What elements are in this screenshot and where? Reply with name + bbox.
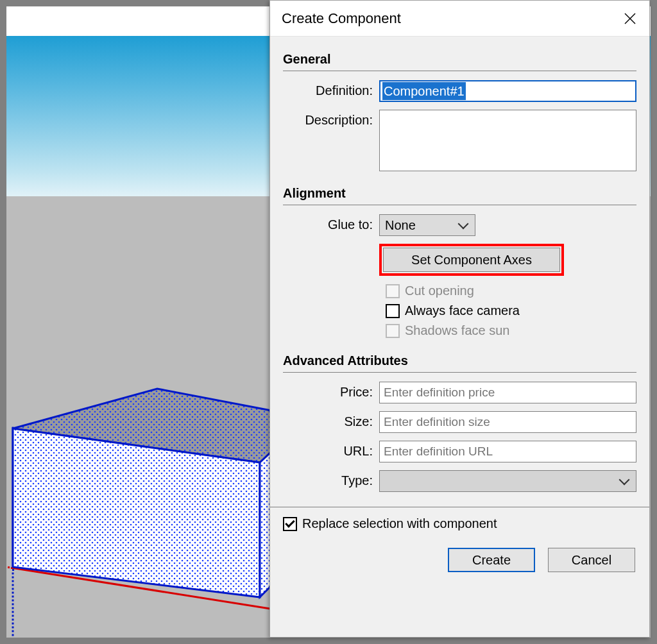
blue-axis-neg-icon [12, 568, 14, 638]
chevron-down-icon [459, 219, 470, 230]
type-select[interactable] [379, 470, 636, 492]
chevron-down-icon [620, 475, 631, 486]
replace-selection-label: Replace selection with component [302, 516, 497, 531]
cut-opening-checkbox [386, 284, 400, 298]
price-input[interactable] [379, 382, 636, 403]
blue-axis-icon [12, 427, 14, 568]
definition-input[interactable]: Component#1 [379, 80, 636, 102]
set-axes-highlight: Set Component Axes [379, 244, 564, 276]
definition-label: Definition: [283, 80, 379, 98]
checkmark-icon [285, 518, 295, 528]
type-value [380, 471, 636, 476]
close-icon[interactable] [617, 6, 643, 31]
spacer-label [283, 244, 379, 247]
cancel-button[interactable]: Cancel [548, 548, 635, 572]
section-alignment-heading: Alignment [283, 182, 636, 205]
create-button[interactable]: Create [448, 548, 535, 572]
cut-opening-label: Cut opening [405, 284, 474, 298]
definition-value: Component#1 [382, 82, 466, 100]
shadows-face-sun-label: Shadows face sun [405, 323, 509, 338]
set-component-axes-button[interactable]: Set Component Axes [383, 248, 560, 272]
dialog-bottom: Replace selection with component Create … [270, 507, 649, 572]
size-input[interactable] [379, 411, 636, 433]
always-face-camera-checkbox[interactable] [386, 304, 400, 318]
size-label: Size: [283, 411, 379, 429]
description-label: Description: [283, 110, 379, 128]
create-component-dialog: Create Component General Definition: Com… [269, 0, 650, 638]
glue-to-label: Glue to: [283, 214, 379, 232]
section-advanced-heading: Advanced Attributes [283, 350, 636, 373]
dialog-titlebar[interactable]: Create Component [270, 1, 649, 37]
dialog-title: Create Component [282, 10, 401, 27]
section-general-heading: General [283, 48, 636, 71]
glue-to-select[interactable]: None [379, 214, 475, 236]
type-label: Type: [283, 470, 379, 488]
app-frame: Create Component General Definition: Com… [0, 0, 657, 644]
dialog-body: General Definition: Component#1 Descript… [270, 37, 649, 572]
shadows-face-sun-checkbox [386, 324, 400, 338]
always-face-camera-label: Always face camera [405, 303, 520, 318]
url-input[interactable] [379, 441, 636, 462]
description-input[interactable] [379, 110, 636, 171]
replace-selection-checkbox[interactable] [283, 517, 297, 531]
url-label: URL: [283, 441, 379, 459]
price-label: Price: [283, 382, 379, 400]
